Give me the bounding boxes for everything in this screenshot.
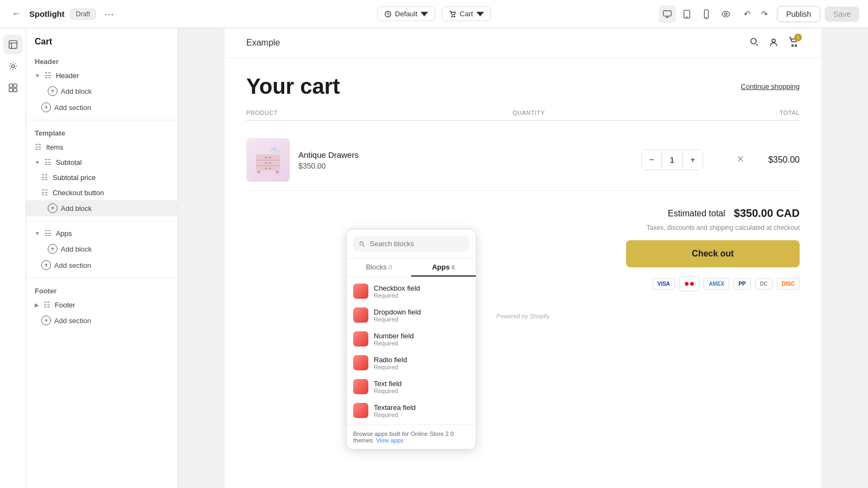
list-item-text[interactable]: Text field Required <box>347 375 476 399</box>
divider-2 <box>26 221 177 221</box>
footer-section-label: Footer <box>26 282 177 297</box>
radio-field-icon <box>353 355 368 370</box>
svg-rect-9 <box>9 41 16 48</box>
number-field-icon <box>353 331 368 346</box>
tab-blocks[interactable]: Blocks 0 <box>347 259 411 277</box>
sidebar-item-items[interactable]: ☷ Items <box>26 139 177 155</box>
paypal-icon: PP <box>733 278 750 290</box>
search-blocks-input[interactable] <box>370 240 464 248</box>
redo-button[interactable]: ↷ <box>756 6 773 22</box>
back-button[interactable]: ← <box>9 7 24 22</box>
add-block-button-2[interactable]: + Add block <box>26 200 177 216</box>
sections-icon[interactable] <box>3 35 23 54</box>
sidebar-item-header[interactable]: ▼ ☷ Header <box>26 68 177 83</box>
more-options-button[interactable]: ⋯ <box>101 7 117 22</box>
visa-icon: VISA <box>653 278 675 290</box>
sidebar-item-apps[interactable]: ▼ ☷ Apps <box>26 226 177 241</box>
add-block-button-3[interactable]: + Add block <box>26 241 177 257</box>
tablet-view-button[interactable] <box>678 5 695 23</box>
product-image-inner <box>246 138 290 182</box>
sidebar-item-footer[interactable]: ▶ ☷ Footer <box>26 297 177 312</box>
estimated-label: Estimated total <box>668 209 725 219</box>
list-item-dropdown[interactable]: Dropdown field Required <box>347 303 476 327</box>
view-apps-link[interactable]: View apps <box>376 437 404 444</box>
tab-apps-label: Apps <box>432 263 451 271</box>
apps-icon: ☷ <box>44 229 52 237</box>
quantity-decrease-button[interactable]: − <box>642 150 661 170</box>
tab-blocks-count: 0 <box>388 264 392 271</box>
checkbox-field-name: Checkbox field <box>374 284 469 292</box>
svg-rect-28 <box>257 171 260 174</box>
svg-point-7 <box>706 17 707 17</box>
popup-items-list: Checkbox field Required Dropdown field R… <box>347 277 476 425</box>
tab-apps[interactable]: Apps 6 <box>411 259 476 277</box>
header-label: Header <box>56 72 79 80</box>
desktop-view-button[interactable] <box>659 5 676 23</box>
account-icon[interactable] <box>768 36 779 49</box>
app-title: Spotlight <box>29 9 65 18</box>
subtotal-icon: ☷ <box>44 158 52 166</box>
sidebar-item-subtotal-price[interactable]: ☷ Subtotal price <box>26 170 177 185</box>
svg-rect-14 <box>13 88 16 92</box>
chevron-right-icon: ▶ <box>35 302 39 308</box>
checkbox-field-sub: Required <box>374 292 469 299</box>
popup-tabs: Blocks 0 Apps 6 <box>347 259 476 277</box>
blocks-icon[interactable] <box>3 78 23 98</box>
plus-icon-2: + <box>41 102 51 112</box>
list-item-textarea[interactable]: Textarea field Required <box>347 399 476 422</box>
cart-label: Cart <box>459 10 473 18</box>
textarea-field-sub: Required <box>374 412 469 418</box>
draft-badge[interactable]: Draft <box>70 9 96 20</box>
default-dropdown[interactable]: Default <box>377 7 435 21</box>
quantity-increase-button[interactable]: + <box>683 150 703 170</box>
header-section-label: Header <box>26 53 177 68</box>
device-icons <box>659 5 735 23</box>
svg-point-31 <box>276 150 279 153</box>
sidebar-title: Cart <box>26 37 177 53</box>
sidebar-item-subtotal[interactable]: ▼ ☷ Subtotal <box>26 155 177 170</box>
icon-bar <box>0 28 26 488</box>
svg-rect-19 <box>256 155 280 171</box>
textarea-field-icon <box>353 403 368 418</box>
add-section-button-3[interactable]: + Add section <box>26 312 177 329</box>
cart-title: Your cart <box>246 74 340 99</box>
tax-note: Taxes, discounts and shipping calculated… <box>647 224 800 232</box>
continue-shopping-link[interactable]: Continue shopping <box>741 82 800 91</box>
add-block-button-1[interactable]: + Add block <box>26 83 177 99</box>
settings-icon[interactable] <box>3 56 23 76</box>
list-item-radio[interactable]: Radio field Required <box>347 351 476 375</box>
list-item-checkbox[interactable]: Checkbox field Required <box>347 279 476 303</box>
publish-button[interactable]: Publish <box>777 6 820 22</box>
mobile-view-button[interactable] <box>698 5 715 23</box>
sidebar-item-checkout-button[interactable]: ☷ Checkout button <box>26 185 177 200</box>
mastercard-icon: ●● <box>679 276 699 291</box>
dropdown-field-info: Dropdown field Required <box>374 308 469 323</box>
svg-rect-20 <box>256 160 280 160</box>
divider-1 <box>26 120 177 120</box>
checkout-button[interactable]: Check out <box>626 240 800 267</box>
svg-point-10 <box>11 65 14 67</box>
popup-search-area <box>347 229 476 259</box>
search-icon <box>359 240 366 248</box>
delete-item-button[interactable] <box>736 154 745 166</box>
undo-button[interactable]: ↶ <box>739 6 755 22</box>
svg-rect-25 <box>269 162 271 164</box>
cart-icon[interactable]: 1 <box>788 36 800 50</box>
svg-point-17 <box>792 45 794 47</box>
add-section-button-1[interactable]: + Add section <box>26 99 177 115</box>
plus-icon-6: + <box>41 316 51 325</box>
cart-dropdown[interactable]: Cart <box>442 7 491 21</box>
svg-point-1 <box>452 16 453 17</box>
dropdown-field-icon <box>353 307 368 323</box>
header-icon: ☷ <box>44 71 52 80</box>
save-button[interactable]: Save <box>825 7 859 22</box>
amex-icon: AMEX <box>704 278 729 290</box>
footer-note: Powered by Shopify <box>246 313 800 319</box>
eye-view-button[interactable] <box>717 5 735 23</box>
svg-point-32 <box>270 149 273 152</box>
text-field-name: Text field <box>374 380 469 388</box>
add-section-button-2[interactable]: + Add section <box>26 257 177 273</box>
list-item-number[interactable]: Number field Required <box>347 327 476 351</box>
total-column-header: TOTAL <box>780 110 800 116</box>
search-icon[interactable] <box>749 36 760 49</box>
